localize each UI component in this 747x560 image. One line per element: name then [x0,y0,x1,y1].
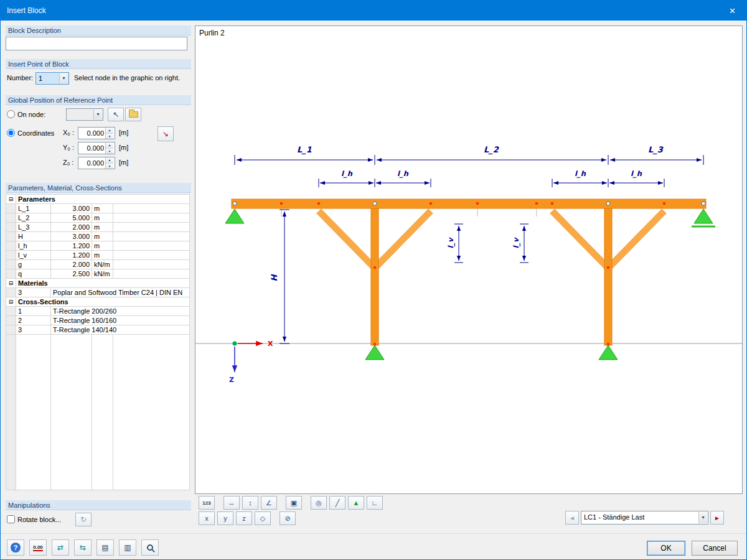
block-library-button[interactable] [125,108,141,121]
close-icon[interactable]: ✕ [718,1,746,21]
chevron-down-icon[interactable]: ▾ [698,512,707,523]
dialog-title: Insert Block [7,6,46,15]
coordinates-radio-row[interactable]: Coordinates [7,129,54,137]
collapse-icon[interactable]: ⊟ [6,297,16,307]
param-unit: kN/m [92,269,113,279]
param-key: L_1 [16,204,51,213]
dimensions-angle-icon[interactable]: ∠ [261,496,277,510]
collapse-icon[interactable]: ⊟ [6,195,16,204]
param-key: L_2 [16,213,51,223]
dim-label-lh: l_h [575,169,586,178]
table-row: l_h1.200m [6,241,190,251]
isometric-view-icon[interactable]: ◇ [255,511,271,525]
parameters-table: ⊟Parameters L_13.000m L_25.000m L_32.000… [6,194,190,490]
rotate-settings-button[interactable]: ↻ [75,513,92,526]
help-button[interactable]: ? [7,539,24,556]
view-in-x-icon[interactable]: x [199,511,215,525]
rotate-block-row[interactable]: Rotate block... [7,515,61,523]
local-axes-icon[interactable]: ∟ [367,496,383,510]
group-row-materials: ⊟Materials [6,279,190,288]
y0-unit: [m] [119,144,128,151]
spin-up-icon[interactable]: ▲ [106,128,113,134]
pick-node-button[interactable]: ↖ [108,108,124,121]
param-value[interactable]: 3.000 [51,232,92,241]
param-value[interactable]: 1.200 [51,251,92,260]
import-parameters-button[interactable]: ⇆ [74,539,92,556]
collapse-icon[interactable]: ⊟ [6,279,16,288]
load-case-value: LC1 - Ständige Last [584,513,644,521]
ok-button[interactable]: OK [647,541,685,556]
section-line-icon[interactable]: ╱ [329,496,345,510]
structure-drawing[interactable]: L_1 L_2 L_3 l_h l_h l_h l_h [195,26,742,493]
view-in-z-icon[interactable]: z [236,511,252,525]
param-value[interactable]: 2.000 [51,223,92,232]
column-member[interactable] [371,208,378,345]
y0-label: Y₀ : [63,144,74,151]
load-case-select[interactable]: LC1 - Ständige Last ▾ [581,511,708,525]
param-value[interactable]: 2.500 [51,269,92,279]
spin-down-icon[interactable]: ▼ [106,164,113,169]
spin-down-icon[interactable]: ▼ [106,134,113,139]
beam-member[interactable] [232,199,706,208]
decimal-places-button[interactable]: 0.00 [29,539,47,556]
graphic-canvas[interactable]: Purlin 2 L_1 L_2 L_3 [195,26,743,494]
param-value[interactable]: 3.000 [51,204,92,213]
group-row-sections: ⊟Cross-Sections [6,297,190,307]
x0-stepper[interactable]: ▲▼ [78,127,115,139]
section-value[interactable]: T-Rectangle 200/260 [51,307,190,316]
section-value[interactable]: T-Rectangle 160/160 [51,316,190,325]
dimensions-horizontal-icon[interactable]: ↔ [223,496,240,510]
z0-label: Z₀ : [63,159,73,166]
brace-members[interactable] [319,211,664,268]
group-label: Materials [16,279,190,288]
chevron-down-icon[interactable]: ▾ [59,73,68,83]
material-value[interactable]: Poplar and Softwood Timber C24 | DIN EN [51,288,190,297]
on-node-radio[interactable] [7,110,15,118]
section-header-insert-point: Insert Point of Block [6,59,191,69]
y0-stepper[interactable]: ▲▼ [78,142,115,154]
section-header-block-description: Block Description [6,26,191,35]
z0-stepper[interactable]: ▲▼ [78,157,115,169]
numbering-icon[interactable]: 123 [199,496,215,510]
param-unit: kN/m [92,260,113,269]
x0-input[interactable] [78,128,105,139]
column-member[interactable] [604,208,612,345]
on-node-radio-row[interactable]: On node: [7,110,45,118]
coordinates-label: Coordinates [17,129,54,137]
show-supports-icon[interactable]: ▲ [348,496,364,510]
z0-input[interactable] [78,157,105,169]
table-row: L_25.000m [6,213,190,223]
dimensions-vertical-icon[interactable]: ↕ [242,496,258,510]
block-description-input[interactable] [6,37,187,50]
number-label: Number: [7,74,33,82]
section-value[interactable]: T-Rectangle 140/140 [51,325,190,335]
param-key: q [16,269,51,279]
render-mode-icon[interactable]: ▣ [286,496,302,510]
preview-button[interactable] [141,539,159,556]
insert-block-dialog: Insert Block ✕ Block Description Insert … [0,0,747,560]
insert-node-number-select[interactable]: 1 ▾ [35,72,69,85]
paste-button[interactable]: ▥ [119,539,136,556]
zoom-reset-icon[interactable]: ⊘ [280,511,296,525]
table-row: 2T-Rectangle 160/160 [6,316,190,325]
spin-up-icon[interactable]: ▲ [106,142,113,149]
param-value[interactable]: 1.200 [51,241,92,251]
spin-up-icon[interactable]: ▲ [106,157,113,164]
copy-button[interactable]: ▤ [96,539,114,556]
next-load-case-button[interactable]: ► [710,511,724,525]
param-value[interactable]: 5.000 [51,213,92,223]
on-node-select: ▾ [66,108,103,121]
pick-coordinates-button[interactable]: ↘ [157,126,174,141]
left-panel: Block Description Insert Point of Block … [6,26,191,531]
cancel-button[interactable]: Cancel [692,541,738,556]
previous-load-case-button[interactable]: ◄ [565,511,579,525]
rotate-block-checkbox[interactable] [7,515,15,523]
param-value[interactable]: 2.000 [51,260,92,269]
coordinates-radio[interactable] [7,129,15,137]
view-in-y-icon[interactable]: y [217,511,233,525]
visibility-icon[interactable]: ◎ [311,496,327,510]
dim-label-lv: l_v [512,237,520,249]
export-parameters-button[interactable]: ⇄ [52,539,69,556]
y0-input[interactable] [78,142,105,154]
spin-down-icon[interactable]: ▼ [106,149,113,154]
